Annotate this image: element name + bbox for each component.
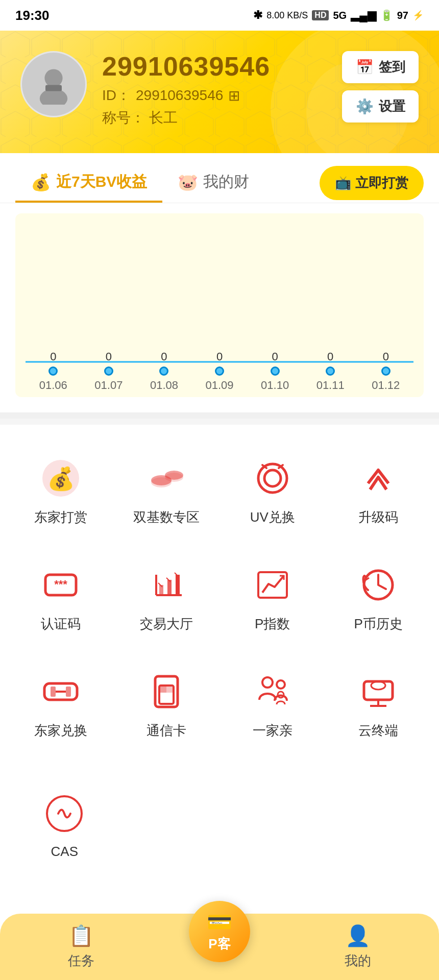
menu-label-cloud-terminal: 云终端 xyxy=(358,722,398,740)
menu-label-p-index: P指数 xyxy=(255,615,290,633)
menu-icon-host-exchange xyxy=(38,669,84,715)
svg-point-9 xyxy=(165,471,183,480)
nav-pcenter[interactable]: 💳 P客 xyxy=(189,901,250,962)
hd-badge: HD xyxy=(312,10,329,20)
tip-button[interactable]: 📺 立即打赏 xyxy=(320,166,424,200)
pcenter-card-icon: 💳 xyxy=(207,910,232,934)
chart-dot-6 xyxy=(381,366,391,376)
menu-item-upgrade-code[interactable]: 升级码 xyxy=(328,440,429,542)
battery-icon: 🔋 xyxy=(380,9,393,21)
svg-rect-17 xyxy=(167,580,172,595)
chart-point-4: 0 01.10 xyxy=(247,350,303,392)
menu-label-upgrade-code: 升级码 xyxy=(358,508,398,526)
chart-dot-2 xyxy=(159,366,168,376)
cas-grid: CAS xyxy=(15,775,424,875)
menu-item-sim-card[interactable]: 通信卡 xyxy=(116,653,217,755)
nav-task[interactable]: 📋 任务 xyxy=(68,924,94,970)
chart-points: 0 01.06 0 01.07 0 01.08 0 01.09 0 xyxy=(26,350,413,392)
svg-point-10 xyxy=(258,464,287,493)
menu-icon-upgrade-code xyxy=(355,455,401,501)
id-label: ID： xyxy=(102,86,131,105)
svg-point-32 xyxy=(262,677,273,688)
signal-bars: ▂▄▆ xyxy=(351,9,376,22)
menu-item-uv-exchange[interactable]: UV兑换 xyxy=(222,440,323,542)
profile-card: 29910639546 ID： 29910639546 ⊞ 称号： 长工 📅 签… xyxy=(0,31,439,153)
chart-dot-1 xyxy=(104,366,113,376)
menu-item-p-index[interactable]: P指数 xyxy=(222,547,323,648)
gear-icon: ⚙️ xyxy=(356,98,374,115)
svg-rect-25 xyxy=(51,687,56,697)
status-bar: 19:30 ✱ 8.00 KB/S HD 5G ▂▄▆ 🔋 97 ⚡ xyxy=(0,0,439,31)
svg-point-11 xyxy=(264,470,281,486)
status-time: 19:30 xyxy=(15,8,50,23)
svg-rect-18 xyxy=(176,575,180,595)
svg-point-0 xyxy=(44,69,62,87)
chart-dot-5 xyxy=(326,366,335,376)
settings-button[interactable]: ⚙️ 设置 xyxy=(342,90,419,122)
status-icons: ✱ 8.00 KB/S HD 5G ▂▄▆ 🔋 97 ⚡ xyxy=(253,9,424,22)
menu-icon-p-index xyxy=(250,562,296,608)
profile-name: 29910639546 xyxy=(102,51,327,82)
task-label: 任务 xyxy=(68,952,94,970)
copy-icon[interactable]: ⊞ xyxy=(228,87,240,104)
menu-label-family: 一家亲 xyxy=(253,722,292,740)
menu-label-host-exchange: 东家兑换 xyxy=(34,722,87,740)
bluetooth-icon: ✱ xyxy=(253,9,262,22)
menu-icon-family xyxy=(250,669,296,715)
chart-section: 0 01.06 0 01.07 0 01.08 0 01.09 0 xyxy=(0,203,439,412)
tab-bv-icon: 💰 xyxy=(31,173,51,192)
menu-item-p-history[interactable]: P币历史 xyxy=(328,547,429,648)
pcenter-label: P客 xyxy=(208,935,230,953)
menu-item-tip-host[interactable]: 💰 东家打赏 xyxy=(10,440,111,542)
battery-level: 97 xyxy=(397,10,408,21)
menu-item-family[interactable]: 一家亲 xyxy=(222,653,323,755)
menu-label-p-history: P币历史 xyxy=(354,615,403,633)
svg-rect-2 xyxy=(45,85,62,91)
sign-in-button[interactable]: 📅 签到 xyxy=(342,51,419,83)
menu-label-auth-code: 认证码 xyxy=(41,615,81,633)
svg-rect-26 xyxy=(66,687,71,697)
id-value: 29910639546 xyxy=(136,87,223,104)
menu-icon-sim-card xyxy=(143,669,189,715)
menu-icon-p-history xyxy=(355,562,401,608)
pcenter-bubble: 💳 P客 xyxy=(189,901,250,962)
chart-dot-3 xyxy=(215,366,224,376)
menu-item-auth-code[interactable]: *** 认证码 xyxy=(10,547,111,648)
bottom-nav: 📋 任务 💳 P客 👤 我的 xyxy=(0,914,439,980)
menu-icon-uv-exchange xyxy=(250,455,296,501)
task-icon: 📋 xyxy=(68,924,94,948)
nav-mine[interactable]: 👤 我的 xyxy=(345,924,371,970)
menu-item-host-exchange[interactable]: 东家兑换 xyxy=(10,653,111,755)
svg-rect-30 xyxy=(159,685,166,693)
profile-id: ID： 29910639546 ⊞ xyxy=(102,86,327,105)
menu-grid-row1: 💰 东家打赏 双基数专区 xyxy=(10,440,429,755)
menu-item-cas[interactable]: CAS xyxy=(15,775,114,875)
menu-icon-cloud-terminal xyxy=(355,669,401,715)
tab-bv-income[interactable]: 💰 近7天BV收益 xyxy=(15,163,162,203)
tabs-row: 💰 近7天BV收益 🐷 我的财 📺 立即打赏 xyxy=(15,153,424,203)
menu-icon-tip-host: 💰 xyxy=(38,455,84,501)
mine-label: 我的 xyxy=(345,952,371,970)
tabs-section: 💰 近7天BV收益 🐷 我的财 📺 立即打赏 xyxy=(0,153,439,203)
chart-point-0: 0 01.06 xyxy=(26,350,81,392)
tab-my-wealth[interactable]: 🐷 我的财 xyxy=(162,163,264,203)
chart-dot-4 xyxy=(271,366,280,376)
network-speed: 8.00 KB/S xyxy=(266,10,308,21)
svg-text:💰: 💰 xyxy=(46,465,75,492)
tab-wealth-label: 我的财 xyxy=(203,172,249,192)
menu-label-uv-exchange: UV兑换 xyxy=(250,508,295,526)
chart-point-6: 0 01.12 xyxy=(358,350,413,392)
menu-label-dual-base: 双基数专区 xyxy=(133,508,200,526)
tab-wealth-icon: 🐷 xyxy=(178,173,198,192)
menu-label-sim-card: 通信卡 xyxy=(147,722,186,740)
chart-point-2: 0 01.08 xyxy=(136,350,192,392)
menu-item-trading-hall[interactable]: 交易大厅 xyxy=(116,547,217,648)
menu-icon-cas xyxy=(41,791,87,837)
chart-point-1: 0 01.07 xyxy=(81,350,137,392)
charging-icon: ⚡ xyxy=(412,10,424,21)
menu-item-cloud-terminal[interactable]: 云终端 xyxy=(328,653,429,755)
menu-item-dual-base[interactable]: 双基数专区 xyxy=(116,440,217,542)
chart-point-5: 0 01.11 xyxy=(303,350,358,392)
chart-container: 0 01.06 0 01.07 0 01.08 0 01.09 0 xyxy=(15,213,424,397)
profile-title: 称号： 长工 xyxy=(102,108,327,128)
